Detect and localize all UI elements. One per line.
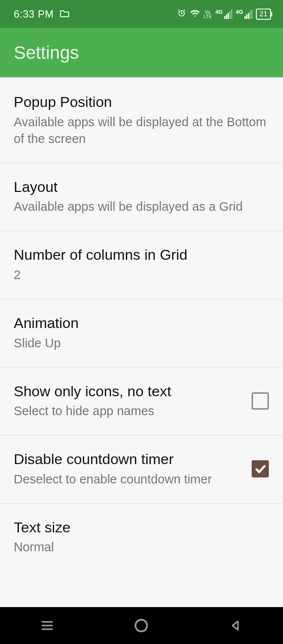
- row-title: Animation: [14, 314, 269, 332]
- row-title: Disable countdown timer: [14, 450, 241, 468]
- page-title: Settings: [14, 43, 79, 63]
- row-disable-countdown[interactable]: Disable countdown timer Deselect to enab…: [0, 435, 283, 504]
- wifi-icon: [190, 9, 200, 19]
- volte-bottom: LTE: [204, 14, 212, 18]
- row-subtitle: 2: [14, 267, 269, 283]
- row-subtitle: Select to hide app names: [14, 403, 241, 419]
- sim2-label: 4G: [236, 9, 243, 15]
- row-subtitle: Available apps will be displayed as a Gr…: [14, 198, 269, 215]
- status-right: Vo LTE 4G 4G 21: [177, 9, 271, 20]
- svg-marker-4: [233, 621, 238, 630]
- row-subtitle: Slide Up: [14, 335, 269, 352]
- app-bar: Settings: [0, 28, 283, 77]
- row-layout[interactable]: Layout Available apps will be displayed …: [0, 163, 283, 231]
- row-subtitle: Deselect to enable countdown timer: [14, 471, 241, 488]
- status-left: 6:33 PM: [14, 8, 70, 20]
- battery-level: 21: [259, 9, 268, 19]
- checkbox-disable-countdown[interactable]: [251, 460, 269, 478]
- row-title: Show only icons, no text: [14, 382, 241, 401]
- row-animation[interactable]: Animation Slide Up: [0, 299, 283, 368]
- checkbox-show-only-icons[interactable]: [251, 392, 269, 410]
- clock-text: 6:33 PM: [14, 8, 54, 20]
- nav-home-button[interactable]: [132, 616, 151, 635]
- volte-top: Vo: [205, 10, 210, 14]
- row-title: Popup Position: [14, 93, 269, 111]
- row-subtitle: Normal: [14, 539, 269, 556]
- nav-recents-button[interactable]: [38, 616, 57, 635]
- row-show-only-icons[interactable]: Show only icons, no text Select to hide …: [0, 368, 283, 436]
- status-bar: 6:33 PM Vo LTE 4G 4G: [0, 0, 283, 28]
- row-text-size[interactable]: Text size Normal: [0, 504, 283, 565]
- row-popup-position[interactable]: Popup Position Available apps will be di…: [0, 78, 283, 163]
- sim1-label: 4G: [215, 9, 222, 15]
- volte-icon: Vo LTE: [204, 10, 212, 18]
- battery-icon: 21: [256, 9, 271, 20]
- row-title: Text size: [14, 518, 269, 537]
- alarm-icon: [177, 9, 186, 20]
- row-title: Layout: [14, 178, 269, 196]
- row-subtitle: Available apps will be displayed at the …: [14, 114, 269, 147]
- folder-icon: [60, 9, 70, 19]
- nav-back-button[interactable]: [226, 616, 245, 635]
- row-title: Number of columns in Grid: [14, 246, 269, 264]
- settings-list: Popup Position Available apps will be di…: [0, 77, 283, 607]
- navigation-bar: [0, 607, 283, 644]
- svg-point-3: [136, 620, 147, 632]
- sim1-signal: 4G: [215, 9, 232, 19]
- row-grid-columns[interactable]: Number of columns in Grid 2: [0, 231, 283, 299]
- sim2-signal: 4G: [236, 9, 253, 19]
